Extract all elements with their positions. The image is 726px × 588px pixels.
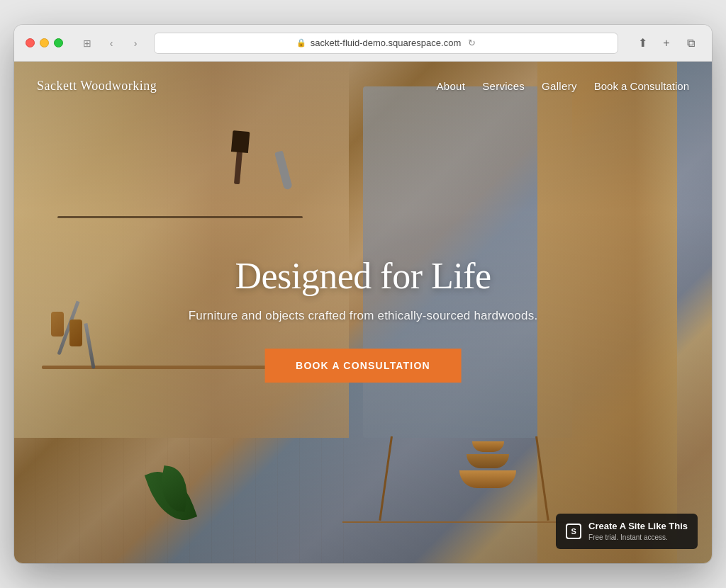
url-text: sackett-fluid-demo.squarespace.com <box>311 38 461 48</box>
share-icon[interactable]: ⬆ <box>632 33 652 53</box>
nav-square-icon[interactable]: ⊞ <box>77 33 97 53</box>
lock-icon: 🔒 <box>296 38 306 47</box>
nav-services[interactable]: Services <box>482 80 525 92</box>
bowl-medium <box>467 454 509 468</box>
bowl-small <box>472 441 504 452</box>
brush-decoration <box>234 134 244 183</box>
nav-book-consultation[interactable]: Book a Consultation <box>594 80 689 92</box>
handle2-decoration <box>69 320 82 346</box>
browser-chrome: ⊞ ‹ › 🔒 sackett-fluid-demo.squarespace.c… <box>14 25 712 62</box>
forward-button[interactable]: › <box>125 33 145 53</box>
browser-navigation: ⊞ ‹ › <box>77 33 145 53</box>
hero-cta-button[interactable]: Book a Consultation <box>264 349 462 383</box>
reload-icon: ↻ <box>468 38 476 48</box>
browser-window: ⊞ ‹ › 🔒 sackett-fluid-demo.squarespace.c… <box>14 25 712 563</box>
traffic-lights <box>26 38 63 47</box>
hero-subtitle: Furniture and objects crafted from ethic… <box>119 309 608 323</box>
hero-content: Designed for Life Furniture and objects … <box>119 255 608 383</box>
bowl-large <box>459 470 516 488</box>
minimize-button[interactable] <box>40 38 49 47</box>
badge-title: Create A Site Like This <box>588 521 688 533</box>
bowl-group <box>459 441 516 488</box>
brand-logo[interactable]: Sackett Woodworking <box>37 79 157 94</box>
back-button[interactable]: ‹ <box>101 33 121 53</box>
website-content: Sackett Woodworking About Services Galle… <box>14 62 712 563</box>
badge-text: Create A Site Like This Free trial. Inst… <box>588 521 688 542</box>
squarespace-badge[interactable]: S Create A Site Like This Free trial. In… <box>556 514 698 549</box>
badge-subtitle: Free trial. Instant access. <box>588 533 688 542</box>
browser-actions: ⬆ + ⧉ <box>632 33 700 53</box>
handle-decoration <box>51 312 64 337</box>
brush-head <box>231 130 250 153</box>
nav-gallery[interactable]: Gallery <box>542 80 577 92</box>
trestle-table <box>342 521 586 523</box>
squarespace-logo: S <box>566 524 581 539</box>
scissors-decoration <box>274 150 293 190</box>
magnetic-strip <box>57 216 303 218</box>
nav-links: About Services Gallery Book a Consultati… <box>436 80 689 92</box>
main-navigation: Sackett Woodworking About Services Galle… <box>14 62 712 111</box>
sq-logo-text: S <box>571 527 576 536</box>
nav-about[interactable]: About <box>436 80 465 92</box>
chisel2-decoration <box>84 323 96 369</box>
new-tab-icon[interactable]: + <box>657 33 676 53</box>
address-bar[interactable]: 🔒 sackett-fluid-demo.squarespace.com ↻ <box>154 33 618 54</box>
plant-decoration <box>167 453 182 538</box>
hero-title: Designed for Life <box>119 255 608 298</box>
close-button[interactable] <box>26 38 35 47</box>
maximize-button[interactable] <box>54 38 63 47</box>
tabs-icon[interactable]: ⧉ <box>681 33 700 53</box>
